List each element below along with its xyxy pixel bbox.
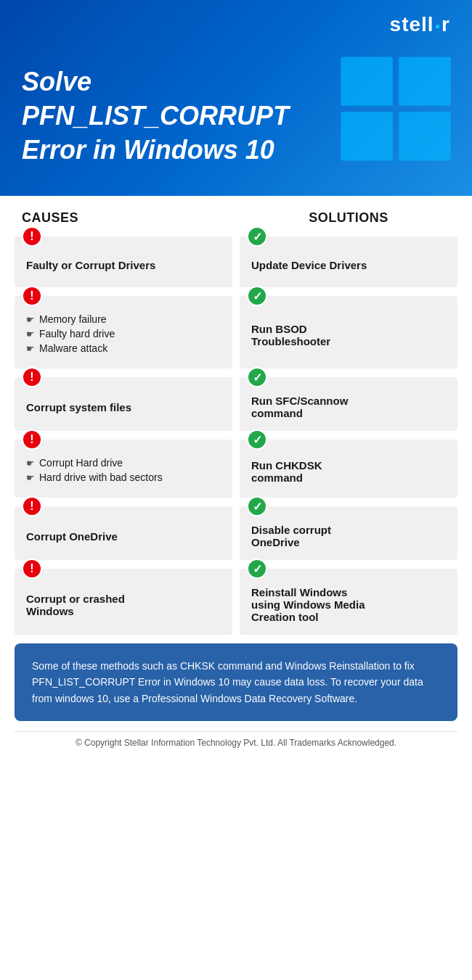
header: stell·r Solve PFN_LIST_CORRUPT Error in … (0, 0, 472, 196)
solution-cell-5: ✓ Disable corruptOneDrive (240, 506, 457, 560)
solution-cell-4: ✓ Run CHKDSKcommand (240, 440, 457, 498)
svg-rect-3 (399, 112, 451, 160)
svg-rect-2 (341, 112, 393, 160)
cause-list-4: Corrupt Hard drive Hard drive with bad s… (26, 451, 163, 486)
solution-icon-4: ✓ (247, 429, 267, 450)
cause-icon-6: ! (22, 559, 42, 579)
row-1: ! Faulty or Corrupt Drivers ✓ Update Dev… (15, 236, 457, 287)
cause-icon-1: ! (22, 226, 42, 247)
solution-cell-2: ✓ Run BSODTroubleshooter (240, 296, 457, 368)
cause-icon-2: ! (22, 286, 42, 306)
list-item: Memory failure (26, 313, 115, 325)
notice-box: Some of these methods such as CHKSK comm… (15, 643, 457, 721)
cause-text-1: Faulty or Corrupt Drivers (26, 253, 155, 271)
cause-cell-1: ! Faulty or Corrupt Drivers (15, 236, 232, 287)
cause-cell-3: ! Corrupt system files (15, 377, 232, 431)
solution-text-6: Reinstall Windowsusing Windows MediaCrea… (251, 580, 365, 623)
solution-icon-3: ✓ (247, 367, 267, 387)
cause-icon-5: ! (22, 496, 42, 516)
footer-text: © Copyright Stellar Information Technolo… (76, 738, 396, 748)
cause-icon-4: ! (22, 429, 42, 450)
cause-cell-6: ! Corrupt or crashedWindows (15, 569, 232, 635)
causes-label: CAUSES (15, 210, 240, 226)
list-item: Corrupt Hard drive (26, 457, 163, 469)
row-5: ! Corrupt OneDrive ✓ Disable corruptOneD… (15, 506, 457, 560)
solution-cell-3: ✓ Run SFC/Scannowcommand (240, 377, 457, 431)
cause-list-2: Memory failure Faulty hard drive Malware… (26, 308, 115, 357)
notice-text: Some of these methods such as CHKSK comm… (32, 658, 440, 707)
solution-icon-1: ✓ (247, 226, 267, 247)
solution-text-3: Run SFC/Scannowcommand (251, 389, 348, 419)
header-title: Solve PFN_LIST_CORRUPT Error in Windows … (22, 65, 298, 167)
solution-text-5: Disable corruptOneDrive (251, 518, 331, 548)
footer: © Copyright Stellar Information Technolo… (15, 731, 457, 758)
cause-text-6: Corrupt or crashedWindows (26, 587, 125, 617)
solution-text-4: Run CHKDSKcommand (251, 453, 322, 484)
windows-logo (334, 51, 457, 167)
list-item: Malware attack (26, 342, 115, 354)
cause-text-3: Corrupt system files (26, 395, 131, 413)
cause-cell-5: ! Corrupt OneDrive (15, 506, 232, 560)
solution-cell-1: ✓ Update Device Drivers (240, 236, 457, 287)
row-3: ! Corrupt system files ✓ Run SFC/Scannow… (15, 377, 457, 431)
logo: stell·r (390, 13, 450, 36)
list-item: Faulty hard drive (26, 328, 115, 339)
cause-cell-2: ! Memory failure Faulty hard drive Malwa… (15, 296, 232, 368)
svg-rect-0 (341, 57, 393, 105)
solution-icon-5: ✓ (247, 496, 267, 516)
solution-text-1: Update Device Drivers (251, 253, 367, 271)
cause-text-5: Corrupt OneDrive (26, 524, 118, 543)
solution-icon-6: ✓ (247, 559, 267, 579)
section-headers: CAUSES SOLUTIONS (15, 210, 457, 226)
content-area: CAUSES SOLUTIONS ! Faulty or Corrupt Dri… (0, 196, 472, 765)
solution-cell-6: ✓ Reinstall Windowsusing Windows MediaCr… (240, 569, 457, 635)
solution-text-2: Run BSODTroubleshooter (251, 317, 330, 347)
cause-icon-3: ! (22, 367, 42, 387)
row-2: ! Memory failure Faulty hard drive Malwa… (15, 296, 457, 368)
svg-rect-1 (399, 57, 451, 105)
row-6: ! Corrupt or crashedWindows ✓ Reinstall … (15, 569, 457, 635)
solutions-label: SOLUTIONS (240, 210, 457, 226)
solution-icon-2: ✓ (247, 286, 267, 306)
cause-cell-4: ! Corrupt Hard drive Hard drive with bad… (15, 440, 232, 498)
list-item: Hard drive with bad sectors (26, 472, 163, 483)
row-4: ! Corrupt Hard drive Hard drive with bad… (15, 440, 457, 498)
